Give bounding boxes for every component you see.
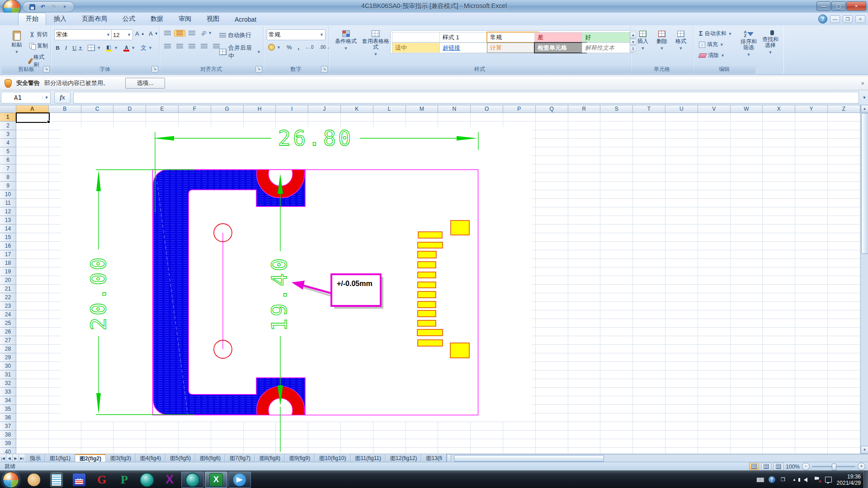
- minimize-button[interactable]: —: [816, 1, 831, 11]
- shrink-font-button[interactable]: A▼: [146, 29, 160, 38]
- align-bottom-button[interactable]: [186, 30, 198, 37]
- sheet-tab[interactable]: 图1(fig1): [45, 454, 75, 462]
- sheet-tab[interactable]: 图9(fig9): [285, 454, 315, 462]
- sheet-tab[interactable]: 图12(fig12): [386, 454, 421, 462]
- format-cells-button[interactable]: 格式▼: [670, 29, 691, 53]
- sheet-tab[interactable]: 图8(fig8): [255, 454, 285, 462]
- orientation-button[interactable]: ab▼: [198, 29, 214, 37]
- help-icon[interactable]: ?: [818, 14, 827, 23]
- insert-function-button[interactable]: fx: [54, 92, 71, 103]
- maximize-button[interactable]: ▢: [831, 1, 846, 11]
- workbook-close-button[interactable]: ×: [855, 15, 865, 23]
- number-format-combo[interactable]: 常规▼: [267, 29, 326, 40]
- name-box[interactable]: A1 ▼: [1, 92, 51, 103]
- taskbar-app-shell[interactable]: [23, 472, 45, 488]
- taskbar-app-excel[interactable]: X: [205, 472, 227, 488]
- sheet-tab[interactable]: 图2(fig2): [75, 454, 106, 462]
- close-button[interactable]: ×: [846, 1, 866, 11]
- grow-font-button[interactable]: A▲: [133, 29, 147, 38]
- align-middle-button[interactable]: [174, 30, 185, 37]
- accounting-format-button[interactable]: ▼: [266, 43, 283, 52]
- ribbon-tab[interactable]: Acrobat: [227, 14, 264, 25]
- sheet-tab[interactable]: 指示: [25, 454, 45, 462]
- comma-button[interactable]: ,: [295, 43, 302, 52]
- taskbar-app-dingtalk[interactable]: [228, 472, 251, 488]
- style-bad[interactable]: 差: [534, 32, 586, 42]
- style-neutral[interactable]: 适中: [392, 42, 444, 53]
- clipboard-dialog-launcher[interactable]: ↘: [43, 66, 50, 73]
- style-style1[interactable]: 样式 1: [439, 32, 491, 42]
- zoom-in-button[interactable]: +: [858, 463, 865, 470]
- taskbar-app-cad[interactable]: [136, 472, 158, 488]
- security-bar-close-icon[interactable]: ×: [861, 80, 864, 87]
- help-tray-icon[interactable]: ?: [768, 477, 775, 483]
- last-sheet-button[interactable]: ▶|: [19, 454, 25, 462]
- font-dialog-launcher[interactable]: ↘: [151, 66, 158, 73]
- ribbon-tab[interactable]: 插入: [46, 13, 74, 25]
- style-blank[interactable]: [392, 32, 444, 42]
- action-center-icon[interactable]: [813, 477, 821, 483]
- vertical-scroll-thumb[interactable]: [861, 113, 868, 254]
- style-hyperlink[interactable]: 超链接: [439, 42, 491, 53]
- sheet-tab[interactable]: 图7(fig7): [225, 454, 255, 462]
- taskbar-app-g[interactable]: G: [91, 472, 113, 488]
- autosum-button[interactable]: Σ自动求和▼: [697, 29, 734, 38]
- zoom-out-button[interactable]: −: [802, 463, 810, 470]
- clear-button[interactable]: 清除▼: [697, 51, 734, 60]
- name-box-dropdown-icon[interactable]: ▼: [42, 95, 50, 100]
- taskbar-app-cad-open[interactable]: [181, 472, 204, 488]
- style-normal[interactable]: 常规: [486, 32, 539, 43]
- scroll-up-icon[interactable]: ▲: [861, 105, 868, 113]
- borders-button[interactable]: ▼: [85, 44, 103, 52]
- taskbar-app-x[interactable]: X: [159, 472, 180, 488]
- ribbon-tab[interactable]: 页面布局: [74, 13, 115, 25]
- zoom-slider[interactable]: [812, 466, 855, 467]
- sheet-tab[interactable]: 图11(fig11): [351, 454, 386, 462]
- ribbon-tab[interactable]: 开始: [18, 13, 46, 25]
- start-button[interactable]: [3, 472, 19, 488]
- insert-cells-button[interactable]: 插入▼: [632, 29, 653, 53]
- normal-view-button[interactable]: [749, 463, 759, 470]
- zoom-slider-knob[interactable]: [832, 464, 836, 470]
- increase-decimal-button[interactable]: ←.0: [303, 44, 316, 51]
- format-as-table-button[interactable]: 套用表格格式▼: [359, 28, 392, 59]
- fill-color-button[interactable]: ◧▼: [104, 43, 120, 52]
- cut-button[interactable]: 剪切: [27, 30, 51, 39]
- underline-button[interactable]: U▼: [70, 43, 85, 52]
- wrap-text-button[interactable]: 自动换行: [217, 30, 254, 40]
- volume-icon[interactable]: [802, 477, 809, 483]
- phonetic-button[interactable]: 文▼: [138, 43, 155, 53]
- prev-sheet-button[interactable]: ◀: [6, 454, 13, 462]
- taskbar-app-notepad[interactable]: [46, 472, 67, 488]
- sheet-tab[interactable]: 图4(fig4): [136, 454, 165, 462]
- page-layout-view-button[interactable]: [761, 463, 771, 470]
- copy-button[interactable]: 复制: [27, 41, 51, 51]
- formula-input[interactable]: [73, 92, 859, 103]
- decrease-indent-button[interactable]: [198, 43, 210, 50]
- style-check-cell[interactable]: 检查单元格: [534, 42, 587, 53]
- zoom-level[interactable]: 100%: [786, 464, 800, 470]
- vertical-scrollbar[interactable]: ▲ ▼: [860, 105, 868, 454]
- ribbon-tab[interactable]: 公式: [115, 13, 143, 25]
- style-explanatory[interactable]: 解释性文本: [582, 42, 634, 53]
- ribbon-tab[interactable]: 审阅: [171, 13, 199, 25]
- font-name-combo[interactable]: 宋体▼: [54, 29, 112, 40]
- number-dialog-launcher[interactable]: ↘: [321, 66, 328, 73]
- ribbon-tab[interactable]: 数据: [143, 13, 171, 25]
- show-desktop-button[interactable]: [863, 471, 868, 488]
- style-calculation[interactable]: 计算: [487, 42, 539, 53]
- horizontal-scroll-thumb[interactable]: [454, 455, 604, 462]
- style-good[interactable]: 好: [582, 32, 634, 42]
- percent-button[interactable]: %: [284, 43, 294, 52]
- language-bar-icon[interactable]: ❐: [779, 477, 787, 483]
- sheet-tab[interactable]: 图3(fig3): [106, 454, 136, 462]
- network-icon[interactable]: [825, 477, 832, 483]
- align-center-button[interactable]: [174, 43, 185, 50]
- taskbar-app-backup[interactable]: 64: [68, 472, 90, 488]
- tab-split-handle[interactable]: [447, 454, 451, 462]
- scroll-down-icon[interactable]: ▼: [861, 446, 868, 454]
- selected-cell-a1[interactable]: [16, 113, 50, 123]
- taskbar-app-p[interactable]: P: [113, 472, 135, 488]
- font-color-button[interactable]: A▼: [121, 44, 137, 52]
- align-left-button[interactable]: [162, 43, 173, 50]
